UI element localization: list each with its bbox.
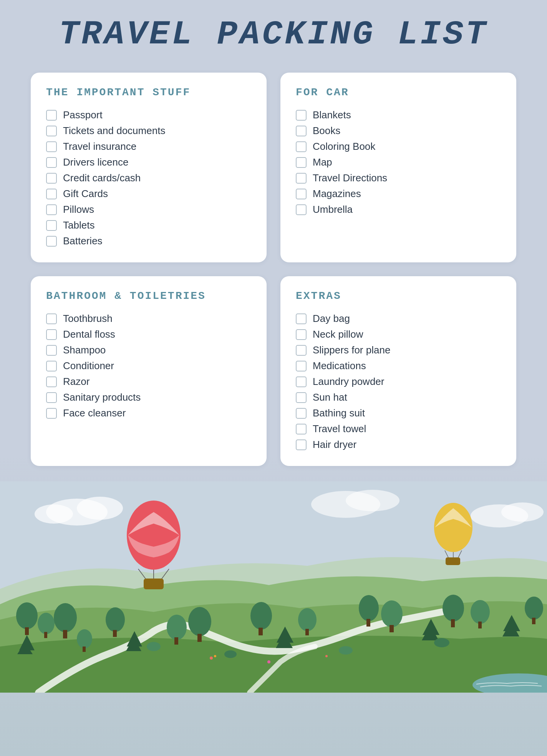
svg-point-15 — [38, 613, 55, 634]
svg-rect-30 — [197, 634, 202, 642]
checkbox[interactable] — [296, 173, 307, 184]
card-important: The Important Stuff Passport Tickets and… — [31, 73, 267, 262]
checkbox[interactable] — [296, 313, 307, 324]
checkbox[interactable] — [46, 408, 57, 419]
svg-rect-24 — [113, 630, 117, 637]
svg-rect-18 — [63, 630, 67, 638]
svg-point-13 — [16, 602, 38, 629]
item-label: Travel insurance — [63, 141, 136, 153]
checkbox[interactable] — [296, 126, 307, 136]
list-item: Sanitary products — [46, 391, 251, 403]
list-item: Drivers licence — [46, 156, 251, 168]
list-item: Face cleanser — [46, 407, 251, 419]
svg-point-10 — [346, 490, 399, 511]
list-item: Sun hat — [296, 391, 501, 403]
svg-rect-14 — [25, 627, 29, 635]
list-item: Travel towel — [296, 423, 501, 435]
checkbox[interactable] — [296, 204, 307, 215]
svg-point-21 — [77, 629, 92, 648]
checkbox[interactable] — [296, 361, 307, 371]
checkbox[interactable] — [46, 126, 57, 136]
card-bathroom: Bathroom & Toiletries Toothbrush Dental … — [31, 276, 267, 466]
svg-point-56 — [127, 501, 181, 570]
list-item: Magazines — [296, 188, 501, 200]
checkbox[interactable] — [296, 110, 307, 121]
item-label: Drivers licence — [63, 156, 129, 168]
list-item: Razor — [46, 376, 251, 388]
svg-point-66 — [210, 657, 213, 660]
checkbox[interactable] — [46, 141, 57, 152]
item-label: Slippers for plane — [313, 344, 390, 356]
checkbox[interactable] — [296, 424, 307, 434]
card-title-important: The Important Stuff — [46, 86, 251, 98]
checkbox[interactable] — [296, 439, 307, 450]
item-label: Umbrella — [313, 204, 353, 216]
checkbox[interactable] — [296, 141, 307, 152]
checkbox[interactable] — [296, 329, 307, 340]
list-item: Day bag — [296, 313, 501, 325]
card-title-extras: Extras — [296, 290, 501, 302]
item-label: Credit cards/cash — [63, 172, 141, 184]
checkbox[interactable] — [46, 345, 57, 356]
checkbox[interactable] — [46, 313, 57, 324]
svg-rect-44 — [451, 619, 455, 627]
checkbox[interactable] — [46, 220, 57, 231]
svg-point-35 — [298, 608, 317, 631]
list-item: Toothbrush — [46, 313, 251, 325]
svg-point-31 — [250, 602, 272, 630]
checkbox[interactable] — [46, 173, 57, 184]
list-item: Passport — [46, 109, 251, 121]
list-item: Neck pillow — [296, 328, 501, 340]
svg-point-52 — [224, 650, 237, 658]
checkbox[interactable] — [46, 157, 57, 168]
checkbox[interactable] — [296, 408, 307, 419]
svg-rect-16 — [44, 632, 47, 638]
item-label: Shampoo — [63, 344, 106, 356]
item-label: Gift Cards — [63, 188, 108, 200]
checkbox[interactable] — [46, 361, 57, 371]
list-item: Hair dryer — [296, 439, 501, 451]
checkbox[interactable] — [46, 236, 57, 247]
landscape-illustration — [0, 481, 547, 693]
svg-point-23 — [106, 607, 125, 632]
item-label: Travel towel — [313, 423, 366, 435]
checklist-extras: Day bag Neck pillow Slippers for plane M… — [296, 313, 501, 451]
checkbox[interactable] — [296, 376, 307, 387]
list-item: Travel Directions — [296, 172, 501, 184]
list-item: Travel insurance — [46, 141, 251, 153]
svg-rect-60 — [144, 579, 164, 589]
checkbox[interactable] — [46, 392, 57, 403]
list-item: Dental floss — [46, 328, 251, 340]
item-label: Pillows — [63, 204, 94, 216]
svg-point-7 — [77, 497, 123, 520]
svg-point-49 — [525, 597, 543, 620]
svg-point-53 — [339, 646, 353, 655]
checkbox[interactable] — [296, 392, 307, 403]
item-label: Blankets — [313, 109, 351, 121]
checkbox[interactable] — [46, 376, 57, 387]
checkbox[interactable] — [296, 157, 307, 168]
list-item: Map — [296, 156, 501, 168]
item-label: Passport — [63, 109, 103, 121]
svg-point-43 — [443, 595, 464, 622]
item-label: Neck pillow — [313, 328, 363, 340]
svg-point-12 — [501, 502, 544, 522]
svg-rect-46 — [478, 622, 482, 628]
list-item: Pillows — [46, 204, 251, 216]
checkbox[interactable] — [46, 329, 57, 340]
card-extras: Extras Day bag Neck pillow Slippers for … — [280, 276, 516, 466]
checkbox[interactable] — [46, 189, 57, 199]
checkbox[interactable] — [296, 189, 307, 199]
item-label: Dental floss — [63, 328, 115, 340]
svg-point-51 — [147, 642, 161, 651]
card-title-bathroom: Bathroom & Toiletries — [46, 290, 251, 302]
list-item: Umbrella — [296, 204, 501, 216]
checkbox[interactable] — [46, 110, 57, 121]
list-item: Batteries — [46, 235, 251, 247]
item-label: Laundry powder — [313, 376, 384, 388]
item-label: Travel Directions — [313, 172, 387, 184]
svg-rect-38 — [366, 619, 370, 627]
checkbox[interactable] — [46, 204, 57, 215]
checkbox[interactable] — [296, 345, 307, 356]
svg-point-8 — [35, 504, 73, 524]
